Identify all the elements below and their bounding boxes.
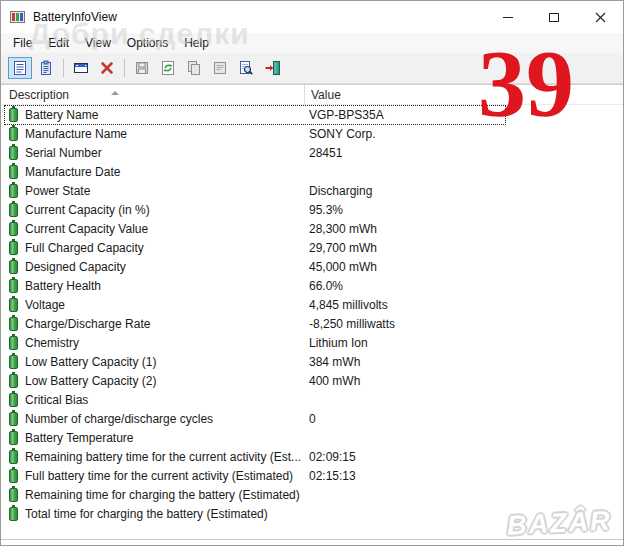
battery-icon [9,469,18,483]
copy-icon [186,60,202,76]
battery-info-list: Description Value Battery Name VGP-BPS35… [1,84,623,541]
row-description: Low Battery Capacity (1) [25,355,302,369]
app-icon [10,10,26,24]
battery-icon [9,374,18,388]
close-button[interactable] [577,1,623,33]
menu-bar: File Edit View Options Help [1,33,623,53]
table-row[interactable]: Full Charged Capacity 29,700 mWh [1,238,623,257]
battery-icon [9,488,18,502]
battery-icon [9,146,18,160]
menu-file[interactable]: File [5,34,40,52]
copy-button[interactable] [182,57,206,79]
menu-edit[interactable]: Edit [40,34,77,52]
battery-icon [9,336,18,350]
battery-icon [9,412,18,426]
column-header-value[interactable]: Value [304,88,341,102]
refresh-button[interactable] [156,57,180,79]
row-description: Manufacture Date [25,165,302,179]
menu-options[interactable]: Options [119,34,176,52]
table-row[interactable]: Charge/Discharge Rate -8,250 milliwatts [1,314,623,333]
find-button[interactable] [234,57,258,79]
table-row[interactable]: Manufacture Name SONY Corp. [1,124,623,143]
row-description: Serial Number [25,146,302,160]
column-header-description[interactable]: Description [1,88,304,102]
window-bottom-edge [1,539,623,545]
row-description: Number of charge/discharge cycles [25,412,302,426]
minimize-button[interactable] [485,1,531,33]
row-description: Manufacture Name [25,127,302,141]
battery-icon [9,507,18,521]
row-value: 0 [302,412,316,426]
choose-columns-icon [73,60,89,76]
table-row[interactable]: Low Battery Capacity (1) 384 mWh [1,352,623,371]
row-description: Full battery time for the current activi… [25,469,302,483]
maximize-button[interactable] [531,1,577,33]
properties-button[interactable] [208,57,232,79]
row-description: Full Charged Capacity [25,241,302,255]
battery-icon [9,431,18,445]
clipboard-report-button[interactable] [34,57,58,79]
row-value: 29,700 mWh [302,241,377,255]
table-row[interactable]: Current Capacity Value 28,300 mWh [1,219,623,238]
row-value: 28,300 mWh [302,222,377,236]
battery-icon [9,222,18,236]
save-button[interactable] [130,57,154,79]
row-value: 95.3% [302,203,343,217]
row-description: Current Capacity Value [25,222,302,236]
row-description: Chemistry [25,336,302,350]
row-value: 400 mWh [302,374,360,388]
close-icon [595,12,606,23]
table-row[interactable]: Battery Health 66.0% [1,276,623,295]
battery-icon [9,165,18,179]
table-row[interactable]: Battery Name VGP-BPS35A [1,105,623,124]
table-row[interactable]: Number of charge/discharge cycles 0 [1,409,623,428]
battery-icon [9,279,18,293]
row-description: Battery Temperature [25,431,302,445]
table-row[interactable]: Power State Discharging [1,181,623,200]
clipboard-icon [38,60,54,76]
table-row[interactable]: Manufacture Date [1,162,623,181]
report-view-button[interactable] [8,57,32,79]
table-row[interactable]: Voltage 4,845 millivolts [1,295,623,314]
column-separator[interactable] [304,85,305,105]
row-description: Voltage [25,298,302,312]
menu-help[interactable]: Help [176,34,217,52]
battery-icon [9,393,18,407]
table-row[interactable]: Critical Bias [1,390,623,409]
table-row[interactable]: Low Battery Capacity (2) 400 mWh [1,371,623,390]
table-row[interactable]: Current Capacity (in %) 95.3% [1,200,623,219]
delete-button[interactable] [95,57,119,79]
battery-icon [9,108,18,122]
row-description: Battery Name [25,108,302,122]
table-row[interactable]: Battery Temperature [1,428,623,447]
table-row[interactable]: Designed Capacity 45,000 mWh [1,257,623,276]
sort-ascending-icon [111,91,119,95]
report-view-icon [12,60,28,76]
battery-icon [9,317,18,331]
description-header-label: Description [9,88,69,102]
refresh-icon [160,60,176,76]
table-row[interactable]: Total time for charging the battery (Est… [1,504,623,523]
table-row[interactable]: Chemistry Lithium Ion [1,333,623,352]
row-value: 384 mWh [302,355,360,369]
row-value: Discharging [302,184,372,198]
window-title: BatteryInfoView [33,10,117,24]
choose-columns-button[interactable] [69,57,93,79]
delete-icon [99,60,115,76]
exit-button[interactable] [260,57,284,79]
table-row[interactable]: Full battery time for the current activi… [1,466,623,485]
battery-icon [9,241,18,255]
battery-icon [9,203,18,217]
menu-view[interactable]: View [77,34,119,52]
table-row[interactable]: Remaining time for charging the battery … [1,485,623,504]
row-value: -8,250 milliwatts [302,317,395,331]
row-description: Current Capacity (in %) [25,203,302,217]
row-description: Total time for charging the battery (Est… [25,507,302,521]
maximize-icon [549,13,559,22]
row-value: 28451 [302,146,342,160]
row-value: VGP-BPS35A [302,108,384,122]
list-header: Description Value [1,85,623,105]
row-value: 4,845 millivolts [302,298,388,312]
table-row[interactable]: Serial Number 28451 [1,143,623,162]
table-row[interactable]: Remaining battery time for the current a… [1,447,623,466]
